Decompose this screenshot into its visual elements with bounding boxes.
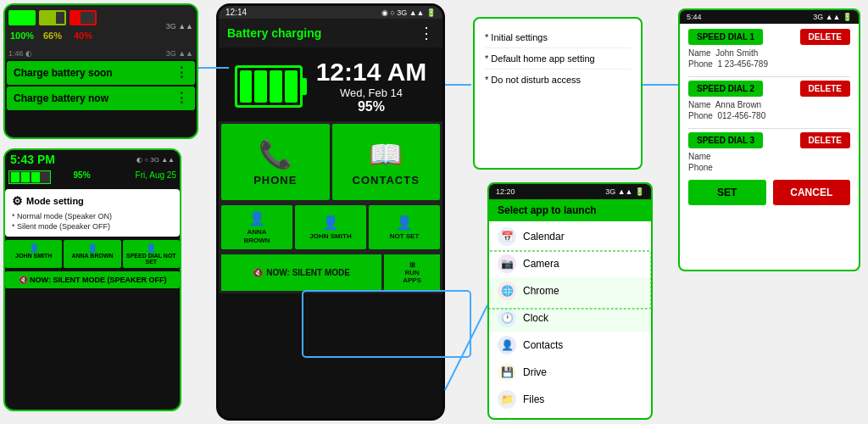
main-phone-panel: 12:14 ◉ ○ 3G ▲▲ 🔋 Battery charging ⋮ 12:… xyxy=(216,3,445,421)
phone-icon: 📞 xyxy=(259,138,292,170)
contacts-book-icon: 📖 xyxy=(369,138,403,170)
battery2-pct: 66% xyxy=(43,31,62,41)
main-header-title: Battery charging xyxy=(227,26,321,40)
sd-cancel-button[interactable]: CANCEL xyxy=(773,180,851,205)
sd1-name: Name John Smith xyxy=(688,47,850,59)
settings-item-disturb[interactable]: * Do not disturb access xyxy=(485,70,631,90)
app-item-files[interactable]: 📁 Files xyxy=(489,386,651,413)
contacts-label: CONTACTS xyxy=(353,174,420,187)
app-item-gmail[interactable]: ✉️ Gmail xyxy=(489,413,651,420)
sd3-name: Name xyxy=(688,151,850,162)
app-list: 📅 Calendar 📷 Camera 🌐 Chrome 🕐 Clock 👤 C… xyxy=(489,221,651,420)
ps-silent-bar[interactable]: 🔇 NOW: SILENT MODE (SPEAKER OFF) xyxy=(5,271,180,288)
sd-row-3: SPEED DIAL 3 DELETE Name Phone xyxy=(688,132,850,173)
sd-statusbar: 5:44 3G ▲▲ 🔋 xyxy=(680,10,859,24)
battery3-pct: 40% xyxy=(74,31,92,41)
phone-button[interactable]: 📞 PHONE xyxy=(221,124,330,200)
sd-bottom-row: SET CANCEL xyxy=(688,180,850,205)
app-item-camera[interactable]: 📷 Camera xyxy=(489,250,651,277)
ps-contacts-row: 👤 JOHN SMITH 👤 ANNA BROWN 👤 SPEED DIAL N… xyxy=(5,240,180,268)
main-battery-display: 12:14 AM Wed, Feb 14 95% xyxy=(219,47,442,121)
ps-date: Fri, Aug 25 xyxy=(136,170,176,184)
apps-grid-icon: ⊞ xyxy=(409,261,415,269)
app-item-drive[interactable]: 💾 Drive xyxy=(489,359,651,386)
battery-info-row: 1:46 ◐3G ▲▲ xyxy=(5,47,197,59)
main-time-display: 12:14 AM Wed, Feb 14 95% xyxy=(316,58,427,114)
settings-panel: * Initial settings * Default home app se… xyxy=(473,17,643,170)
main-contact-anna[interactable]: 👤 ANNABROWN xyxy=(221,205,292,249)
battery-status-row: 100% 66% 40% 3G ▲▲ xyxy=(5,5,197,47)
app-item-clock[interactable]: 🕐 Clock xyxy=(489,304,651,332)
chrome-icon: 🌐 xyxy=(498,282,516,300)
ps-modal: ⚙ Mode setting * Normal mode (Speaker ON… xyxy=(5,189,180,237)
main-battery-icon xyxy=(235,65,303,108)
sd1-phone: Phone 1 23-456-789 xyxy=(688,59,850,70)
main-statusbar: 12:14 ◉ ○ 3G ▲▲ 🔋 xyxy=(219,6,442,19)
ps-battery: 95% xyxy=(74,170,91,184)
settings-item-home[interactable]: * Default home app setting xyxy=(485,48,631,70)
app-selector-panel: 12:20 3G ▲▲ 🔋 Select app to launch 📅 Cal… xyxy=(487,182,653,420)
ps-modal-item1: * Normal mode (Speaker ON) xyxy=(12,211,173,221)
main-statusbar-time: 12:14 xyxy=(225,8,247,17)
sd3-delete-button[interactable]: DELETE xyxy=(800,132,850,148)
notif-charge-soon[interactable]: Charge battery soon ⋮ xyxy=(7,61,195,85)
clock-icon: 🕐 xyxy=(498,309,516,327)
contacts-button[interactable]: 📖 CONTACTS xyxy=(332,124,441,200)
app-item-calendar[interactable]: 📅 Calendar xyxy=(489,223,651,250)
main-date: Wed, Feb 14 xyxy=(316,86,427,99)
ps-contact-notset[interactable]: 👤 SPEED DIAL NOT SET xyxy=(123,240,180,268)
app-item-chrome[interactable]: 🌐 Chrome xyxy=(489,277,651,304)
sd-set-button[interactable]: SET xyxy=(688,180,766,205)
files-icon: 📁 xyxy=(498,390,516,409)
sd2-button[interactable]: SPEED DIAL 2 xyxy=(688,81,763,97)
calendar-icon: 📅 xyxy=(498,227,516,246)
phone-small-panel: 5:43 PM ◐ ○ 3G ▲▲ 95% Fri, Aug 25 ⚙ Mode… xyxy=(3,148,181,411)
ps-contact-john[interactable]: 👤 JOHN SMITH xyxy=(5,240,62,268)
speed-dial-panel: 5:44 3G ▲▲ 🔋 SPEED DIAL 1 DELETE Name Jo… xyxy=(678,8,860,271)
sd-body: SPEED DIAL 1 DELETE Name John Smith Phon… xyxy=(680,24,859,210)
silent-icon: 🔇 xyxy=(253,268,263,277)
app-select-time: 12:20 xyxy=(496,187,515,196)
main-bottom-bar: 🔇 NOW: SILENT MODE ⊞ RUN APPS xyxy=(219,252,442,293)
sd3-button[interactable]: SPEED DIAL 3 xyxy=(688,132,763,148)
contact-icon-notset: 👤 xyxy=(396,215,413,231)
ps-modal-title: Mode setting xyxy=(26,196,84,206)
gmail-icon: ✉️ xyxy=(498,417,516,420)
ps-contact-anna[interactable]: 👤 ANNA BROWN xyxy=(64,240,120,268)
main-contact-john[interactable]: 👤 JOHN SMITH xyxy=(295,205,366,249)
phone-label: PHONE xyxy=(253,174,297,187)
main-header: Battery charging ⋮ xyxy=(219,19,442,47)
sd2-phone: Phone 012-456-780 xyxy=(688,110,850,121)
sd-row-2: SPEED DIAL 2 DELETE Name Anna Brown Phon… xyxy=(688,81,850,121)
sd2-name: Name Anna Brown xyxy=(688,99,850,110)
sd1-button[interactable]: SPEED DIAL 1 xyxy=(688,29,763,45)
app-select-statusbar: 12:20 3G ▲▲ 🔋 xyxy=(489,184,651,199)
battery1-pct: 100% xyxy=(10,31,34,41)
main-contact-notset[interactable]: 👤 NOT SET xyxy=(369,205,440,249)
main-menu-dots[interactable]: ⋮ xyxy=(419,24,434,42)
contacts-icon: 👤 xyxy=(498,336,516,354)
app-item-contacts[interactable]: 👤 Contacts xyxy=(489,332,651,359)
contact-icon-john: 👤 xyxy=(322,215,339,231)
drive-icon: 💾 xyxy=(498,363,516,382)
ps-modal-item2: * Silent mode (Speaker OFF) xyxy=(12,221,173,232)
sd2-delete-button[interactable]: DELETE xyxy=(800,81,850,97)
camera-icon: 📷 xyxy=(498,254,516,273)
main-runapps-btn[interactable]: ⊞ RUN APPS xyxy=(384,254,440,291)
contact-icon-anna: 👤 xyxy=(248,210,265,226)
main-time-large: 12:14 AM xyxy=(316,58,427,86)
sd-time: 5:44 xyxy=(687,13,702,21)
main-battery-pct: 95% xyxy=(316,99,427,114)
main-silent-btn[interactable]: 🔇 NOW: SILENT MODE xyxy=(221,254,381,291)
battery-top-panel: 100% 66% 40% 3G ▲▲ 1:46 ◐3G ▲▲ Charge ba… xyxy=(3,3,198,139)
sd1-delete-button[interactable]: DELETE xyxy=(800,29,850,45)
settings-item-initial[interactable]: * Initial settings xyxy=(485,27,631,48)
sd-row-1: SPEED DIAL 1 DELETE Name John Smith Phon… xyxy=(688,29,850,70)
main-contacts-row: 👤 ANNABROWN 👤 JOHN SMITH 👤 NOT SET xyxy=(219,203,442,252)
main-action-grid: 📞 PHONE 📖 CONTACTS xyxy=(219,121,442,203)
ps-time: 5:43 PM xyxy=(10,153,55,166)
notif-charge-now[interactable]: Charge battery now ⋮ xyxy=(7,86,195,110)
sd3-phone: Phone xyxy=(688,162,850,173)
app-select-title: Select app to launch xyxy=(489,199,651,221)
svg-line-2 xyxy=(445,305,487,390)
